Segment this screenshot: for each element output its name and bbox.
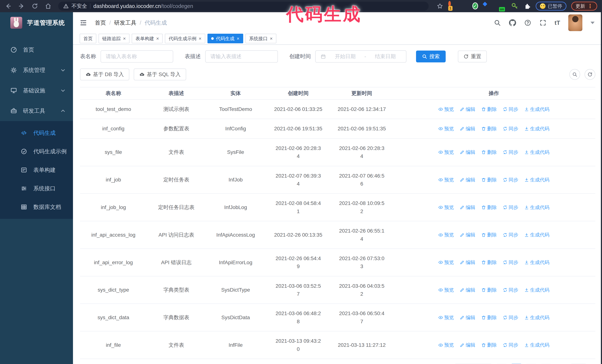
sidebar-fold-icon[interactable] (80, 19, 87, 26)
close-icon[interactable]: × (123, 36, 126, 41)
reset-button[interactable]: 重置 (458, 51, 487, 62)
sync-link[interactable]: 同步 (503, 314, 518, 321)
sidebar-item-infra[interactable]: 基础设施 (0, 80, 73, 101)
github-icon[interactable] (509, 19, 516, 26)
generate-code-link[interactable]: 生成代码 (524, 204, 549, 211)
generate-code-link[interactable]: 生成代码 (524, 105, 549, 113)
extension-grid-icon[interactable] (486, 2, 494, 10)
generate-code-link[interactable]: 生成代码 (524, 341, 549, 349)
generate-code-link[interactable]: 生成代码 (524, 125, 549, 132)
extensions-puzzle-icon[interactable] (523, 2, 531, 10)
extension-check-icon[interactable]: ✓ (473, 2, 481, 10)
reload-icon[interactable] (32, 3, 38, 10)
generate-code-link[interactable]: 生成代码 (524, 231, 549, 239)
edit-link[interactable]: 编辑 (460, 148, 475, 156)
delete-link[interactable]: 删除 (481, 105, 497, 113)
delete-link[interactable]: 删除 (481, 148, 497, 156)
tab-form-builder[interactable]: 表单构建× (132, 34, 163, 43)
fullscreen-icon[interactable] (539, 19, 547, 26)
sync-link[interactable]: 同步 (503, 105, 518, 113)
tab-home[interactable]: 首页 (80, 34, 96, 43)
edit-link[interactable]: 编辑 (460, 176, 475, 184)
preview-link[interactable]: 预览 (438, 286, 454, 294)
delete-link[interactable]: 删除 (481, 204, 497, 211)
import-sql-button[interactable]: 基于 SQL 导入 (134, 69, 186, 80)
extension-icon[interactable]: 1 (448, 2, 456, 10)
edit-link[interactable]: 编辑 (460, 204, 475, 211)
sync-link[interactable]: 同步 (503, 286, 518, 294)
extension-on-icon[interactable]: on (498, 2, 506, 10)
search-icon[interactable] (494, 19, 501, 26)
delete-link[interactable]: 删除 (481, 341, 497, 349)
table-desc-input[interactable] (210, 53, 273, 59)
caret-down-icon[interactable] (591, 22, 595, 24)
delete-link[interactable]: 删除 (481, 286, 497, 294)
close-icon[interactable]: × (156, 36, 159, 41)
forward-icon[interactable] (18, 3, 25, 10)
sidebar-item-system-api[interactable]: 系统接口 (0, 179, 73, 198)
edit-link[interactable]: 编辑 (460, 314, 475, 321)
tab-system-api[interactable]: 系统接口× (246, 34, 276, 43)
breadcrumb-devtools[interactable]: 研发工具 (114, 19, 136, 27)
home-icon[interactable] (45, 3, 52, 10)
tab-codegen-example[interactable]: 代码生成示例× (165, 34, 205, 43)
delete-link[interactable]: 删除 (481, 314, 497, 321)
extension-key-icon[interactable] (511, 2, 518, 10)
close-icon[interactable]: × (237, 36, 239, 41)
sidebar-item-form-builder[interactable]: 表单构建 (0, 161, 73, 179)
preview-link[interactable]: 预览 (438, 259, 454, 266)
delete-link[interactable]: 删除 (481, 176, 497, 184)
help-icon[interactable] (524, 19, 531, 26)
sync-link[interactable]: 同步 (503, 125, 518, 132)
sidebar-item-codegen-example[interactable]: 代码生成示例 (0, 142, 73, 161)
update-button[interactable]: 更新⋮ (571, 2, 597, 10)
edit-link[interactable]: 编辑 (460, 231, 475, 239)
tab-tracing[interactable]: 链路追踪× (98, 34, 129, 43)
preview-link[interactable]: 预览 (438, 125, 454, 132)
generate-code-link[interactable]: 生成代码 (524, 148, 549, 156)
bookmark-star-icon[interactable] (437, 3, 443, 9)
generate-code-link[interactable]: 生成代码 (524, 314, 549, 321)
edit-link[interactable]: 编辑 (460, 105, 475, 113)
tab-codegen[interactable]: 代码生成× (207, 34, 243, 43)
sidebar-item-home[interactable]: 首页 (0, 40, 73, 60)
edit-link[interactable]: 编辑 (460, 259, 475, 266)
generate-code-link[interactable]: 生成代码 (524, 259, 549, 266)
sidebar-item-codegen[interactable]: 代码生成 (0, 124, 73, 142)
close-icon[interactable]: × (199, 36, 201, 41)
sidebar-item-system[interactable]: 系统管理 (0, 60, 73, 80)
edit-link[interactable]: 编辑 (460, 286, 475, 294)
preview-link[interactable]: 预览 (438, 176, 454, 184)
extension-gem-icon[interactable] (461, 2, 468, 10)
sync-link[interactable]: 同步 (503, 341, 518, 349)
profile-paused-badge[interactable]: 已暂停 (536, 2, 566, 10)
preview-link[interactable]: 预览 (438, 314, 454, 321)
import-db-button[interactable]: 基于 DB 导入 (80, 69, 129, 80)
delete-link[interactable]: 删除 (481, 231, 497, 239)
table-desc-field[interactable] (205, 50, 278, 62)
preview-link[interactable]: 预览 (438, 105, 454, 113)
sync-link[interactable]: 同步 (503, 176, 518, 184)
sidebar-item-devtools[interactable]: 研发工具 (0, 101, 73, 121)
delete-link[interactable]: 删除 (481, 259, 497, 266)
preview-link[interactable]: 预览 (438, 231, 454, 239)
sync-link[interactable]: 同步 (503, 204, 518, 211)
date-range-picker[interactable]: 开始日期 - 结束日期 (315, 50, 406, 62)
delete-link[interactable]: 删除 (481, 125, 497, 132)
table-name-input[interactable] (106, 53, 168, 59)
avatar[interactable] (568, 14, 582, 31)
generate-code-link[interactable]: 生成代码 (524, 286, 549, 294)
toggle-search-icon[interactable] (570, 69, 580, 80)
search-button[interactable]: 搜索 (416, 51, 446, 62)
edit-link[interactable]: 编辑 (460, 341, 475, 349)
back-icon[interactable] (5, 3, 11, 10)
close-icon[interactable]: × (270, 36, 273, 41)
sync-link[interactable]: 同步 (503, 259, 518, 266)
preview-link[interactable]: 预览 (438, 148, 454, 156)
breadcrumb-home[interactable]: 首页 (95, 19, 106, 27)
edit-link[interactable]: 编辑 (460, 125, 475, 132)
sync-link[interactable]: 同步 (503, 231, 518, 239)
preview-link[interactable]: 预览 (438, 341, 454, 349)
sidebar-item-db-doc[interactable]: 数据库文档 (0, 198, 73, 216)
font-size-icon[interactable]: tT (555, 19, 560, 26)
